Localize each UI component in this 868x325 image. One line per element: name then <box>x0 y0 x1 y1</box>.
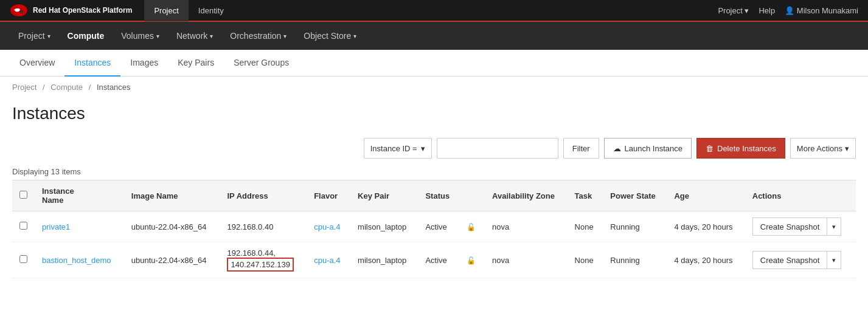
row1-actions: Create Snapshot ▾ <box>745 211 856 242</box>
row1-checkbox-cell <box>12 211 35 242</box>
top-bar: Red Hat OpenStack Platform Project Ident… <box>0 0 868 22</box>
row2-ip: 192.168.0.44, 140.247.152.139 <box>220 242 307 278</box>
row2-power: Running <box>603 242 667 278</box>
row1-age: 4 days, 20 hours <box>667 211 745 242</box>
instances-table: InstanceName Image Name IP Address Flavo… <box>12 180 856 278</box>
tabs-bar: Overview Instances Images Key Pairs Serv… <box>0 50 868 77</box>
delete-trash-icon: 🗑 <box>706 144 713 153</box>
row2-lock: 🔓 <box>467 256 476 265</box>
row2-age: 4 days, 20 hours <box>667 242 745 278</box>
header-ip-address: IP Address <box>220 180 307 211</box>
breadcrumb-sep-2: / <box>89 83 93 92</box>
top-bar-tabs: Project Identity <box>144 0 233 21</box>
row1-checkbox[interactable] <box>19 222 27 230</box>
launch-instance-label: Launch Instance <box>625 144 682 153</box>
breadcrumb-project[interactable]: Project <box>12 83 36 92</box>
table-header-row: InstanceName Image Name IP Address Flavo… <box>12 180 856 211</box>
header-power-state: Power State <box>603 180 667 211</box>
header-age: Age <box>667 180 745 211</box>
more-actions-chevron-icon: ▾ <box>845 144 849 153</box>
top-bar-right: Project ▾ Help 👤 Milson Munakami <box>718 6 858 15</box>
header-task: Task <box>568 180 603 211</box>
row1-ip: 192.168.0.40 <box>220 211 307 242</box>
tab-server-groups[interactable]: Server Groups <box>224 50 299 77</box>
row1-image-name: ubuntu-22.04-x86_64 <box>124 211 220 242</box>
row1-action-group: Create Snapshot ▾ <box>752 217 849 236</box>
header-instance-name: InstanceName <box>35 180 124 211</box>
row2-image-name: ubuntu-22.04-x86_64 <box>124 242 220 278</box>
header-lock <box>459 180 485 211</box>
row1-lock-icon: 🔓 <box>459 211 485 242</box>
row2-task: None <box>568 242 603 278</box>
row1-instance-link[interactable]: private1 <box>42 222 70 231</box>
table-wrapper: InstanceName Image Name IP Address Flavo… <box>0 180 868 278</box>
redhat-logo-icon <box>10 4 28 17</box>
breadcrumb-sep-1: / <box>43 83 47 92</box>
topbar-tab-project[interactable]: Project <box>144 0 188 21</box>
row2-action-dropdown-button[interactable]: ▾ <box>827 251 841 269</box>
tab-key-pairs[interactable]: Key Pairs <box>168 50 224 77</box>
topbar-project-menu[interactable]: Project ▾ <box>718 6 749 15</box>
filter-input[interactable] <box>437 138 558 159</box>
nav-orchestration[interactable]: Orchestration▾ <box>221 22 295 50</box>
header-image-name: Image Name <box>124 180 220 211</box>
row2-actions: Create Snapshot ▾ <box>745 242 856 278</box>
nav-volumes[interactable]: Volumes▾ <box>113 22 168 50</box>
row1-lock: 🔓 <box>467 223 476 231</box>
table-row: private1 ubuntu-22.04-x86_64 192.168.0.4… <box>12 211 856 242</box>
select-all-checkbox[interactable] <box>19 191 27 199</box>
delete-instances-button[interactable]: 🗑 Delete Instances <box>696 138 785 159</box>
row2-ip-line1: 192.168.0.44, <box>227 248 299 258</box>
row1-instance-name: private1 <box>35 211 124 242</box>
table-row: bastion_host_demo ubuntu-22.04-x86_64 19… <box>12 242 856 278</box>
delete-instances-label: Delete Instances <box>717 144 776 153</box>
row2-instance-name: bastion_host_demo <box>35 242 124 278</box>
breadcrumb-compute[interactable]: Compute <box>50 83 83 92</box>
tab-instances[interactable]: Instances <box>64 50 120 77</box>
nav-compute[interactable]: Compute <box>59 22 113 50</box>
header-key-pair: Key Pair <box>350 180 418 211</box>
row1-status: Active <box>418 211 459 242</box>
launch-instance-button[interactable]: ☁ Launch Instance <box>604 138 692 159</box>
row1-action-dropdown-button[interactable]: ▾ <box>827 217 841 236</box>
row2-flavor-link[interactable]: cpu-a.4 <box>314 256 340 265</box>
breadcrumb-instances: Instances <box>97 83 131 92</box>
row1-create-snapshot-button[interactable]: Create Snapshot <box>752 217 828 236</box>
logo: Red Hat OpenStack Platform <box>10 4 132 17</box>
nav-project[interactable]: Project▾ <box>10 22 59 50</box>
row2-checkbox[interactable] <box>19 255 27 263</box>
row2-key-pair: milson_laptop <box>350 242 418 278</box>
filter-select-chevron-icon: ▾ <box>421 144 425 153</box>
more-actions-button[interactable]: More Actions ▾ <box>790 138 856 159</box>
displaying-count: Displaying 13 items <box>0 163 868 180</box>
header-actions: Actions <box>745 180 856 211</box>
row2-create-snapshot-button[interactable]: Create Snapshot <box>752 251 828 269</box>
row1-az: nova <box>485 211 567 242</box>
filter-button[interactable]: Filter <box>563 138 599 159</box>
tab-images[interactable]: Images <box>120 50 168 77</box>
row2-lock-icon: 🔓 <box>459 242 485 278</box>
header-az: Availability Zone <box>485 180 567 211</box>
row2-checkbox-cell <box>12 242 35 278</box>
tab-overview[interactable]: Overview <box>10 50 64 77</box>
row1-flavor-link[interactable]: cpu-a.4 <box>314 222 340 231</box>
topbar-user-menu[interactable]: 👤 Milson Munakami <box>785 6 858 15</box>
nav-network[interactable]: Network▾ <box>168 22 221 50</box>
row2-az: nova <box>485 242 567 278</box>
nav-object-store[interactable]: Object Store▾ <box>295 22 365 50</box>
row1-key-pair: milson_laptop <box>350 211 418 242</box>
logo-text: Red Hat OpenStack Platform <box>33 6 132 15</box>
row1-power: Running <box>603 211 667 242</box>
topbar-help[interactable]: Help <box>759 6 775 15</box>
row2-status: Active <box>418 242 459 278</box>
header-status: Status <box>418 180 459 211</box>
page-title: Instances <box>0 98 868 133</box>
instance-id-filter-select[interactable]: Instance ID = ▾ <box>364 138 432 159</box>
header-flavor: Flavor <box>307 180 350 211</box>
launch-cloud-icon: ☁ <box>613 144 621 153</box>
breadcrumb: Project / Compute / Instances <box>0 77 868 98</box>
header-checkbox-col <box>12 180 35 211</box>
topbar-tab-identity[interactable]: Identity <box>189 0 234 21</box>
row1-flavor: cpu-a.4 <box>307 211 350 242</box>
row2-instance-link[interactable]: bastion_host_demo <box>42 256 111 265</box>
